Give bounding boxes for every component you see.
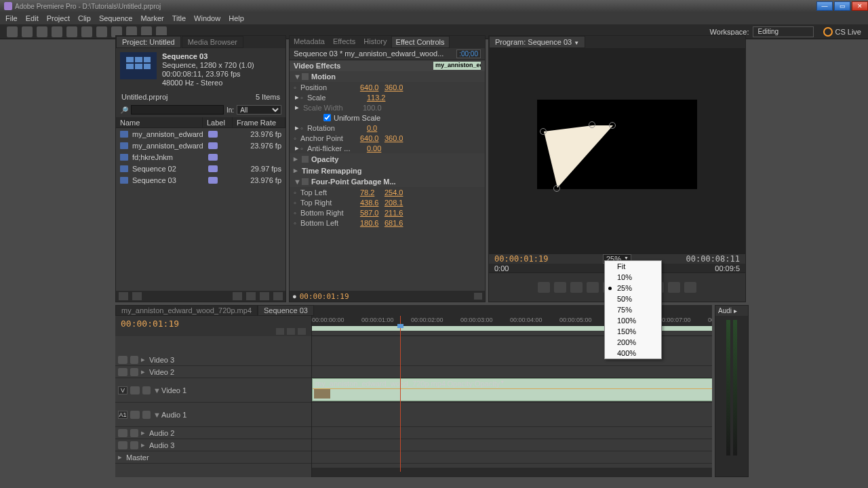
track-audio1[interactable]: Audio 1 (161, 411, 186, 419)
menu-help[interactable]: Help (229, 14, 244, 22)
twirl-icon[interactable]: ▸ (294, 93, 300, 102)
ripple-edit-tool-icon[interactable] (37, 26, 47, 37)
tab-project[interactable]: Project: Untitled (116, 36, 181, 48)
menu-edit[interactable]: Edit (26, 14, 39, 22)
lock-icon[interactable] (130, 356, 138, 364)
menu-window[interactable]: Window (194, 14, 220, 22)
timeline-clip[interactable]: my_anniston_edward_wood_720p.mp4 Opacity… (312, 378, 712, 401)
chevron-down-icon[interactable]: ▼ (500, 380, 505, 384)
a-target[interactable]: A1 (118, 411, 127, 419)
menu-sequence[interactable]: Sequence (99, 14, 133, 22)
zoom-option[interactable]: 10% (605, 272, 661, 283)
anchor-x[interactable]: 640.0 (360, 134, 384, 142)
track-area-audio1[interactable] (312, 403, 712, 427)
track-audio3[interactable]: Audio 3 (149, 441, 174, 449)
track-area-audio2[interactable] (312, 427, 712, 439)
matte-handle-topright[interactable] (609, 122, 616, 129)
twirl-icon[interactable]: ▼ (294, 73, 299, 81)
effect-motion[interactable]: Motion (311, 73, 336, 81)
topright-y[interactable]: 208.1 (384, 199, 409, 207)
position-x[interactable]: 640.0 (360, 83, 384, 92)
anchor-y[interactable]: 360.0 (384, 134, 409, 142)
track-master[interactable]: Master (126, 453, 149, 462)
matte-handle-topleft[interactable] (540, 128, 547, 135)
menu-marker[interactable]: Marker (140, 14, 163, 22)
position-y[interactable]: 360.0 (384, 83, 409, 92)
zoom-option[interactable]: 100% (605, 315, 661, 326)
tab-effects[interactable]: Effects (329, 36, 359, 48)
fx-timecode-box[interactable]: :00;00 (456, 49, 481, 58)
tab-program[interactable]: Program: Sequence 03 ▼ (489, 36, 585, 48)
project-row[interactable]: my_anniston_edward23.976 fp (116, 128, 285, 140)
zoom-slider-icon[interactable] (474, 293, 482, 300)
tab-effect-controls[interactable]: Effect Controls (391, 36, 450, 48)
tab-media-browser[interactable]: Media Browser (182, 36, 243, 48)
bottomleft-y[interactable]: 681.6 (384, 219, 409, 227)
matte-handle-bottomleft[interactable] (553, 185, 560, 192)
row-label[interactable] (208, 154, 238, 161)
program-view[interactable] (489, 48, 745, 254)
bottomleft-x[interactable]: 180.6 (360, 219, 384, 227)
menu-file[interactable]: File (5, 14, 18, 22)
eye-icon[interactable] (118, 356, 127, 364)
trash-icon[interactable] (273, 292, 283, 300)
menu-project[interactable]: Project (47, 14, 70, 22)
matte-handle-topcenter[interactable] (589, 121, 595, 128)
selection-tool-icon[interactable] (7, 26, 18, 37)
search-input[interactable] (131, 105, 224, 115)
track-select-tool-icon[interactable] (22, 26, 33, 37)
effect-opacity[interactable]: Opacity (311, 155, 338, 163)
marker-icon[interactable] (287, 328, 295, 335)
track-area-video2[interactable] (312, 366, 712, 378)
col-label[interactable]: Label (203, 117, 233, 127)
zoom-option[interactable]: Fit (605, 261, 661, 272)
mark-in-button[interactable] (538, 282, 550, 293)
track-area-master[interactable] (312, 451, 712, 464)
close-button[interactable]: ✕ (852, 1, 868, 11)
row-label[interactable] (208, 177, 238, 184)
topleft-x[interactable]: 78.2 (360, 188, 384, 197)
track-area-video1[interactable]: my_anniston_edward_wood_720p.mp4 Opacity… (312, 378, 712, 403)
effect-garbage-matte[interactable]: Four-Point Garbage M... (311, 178, 396, 186)
mark-out-button[interactable] (554, 282, 566, 293)
rolling-edit-tool-icon[interactable] (52, 26, 62, 37)
topleft-y[interactable]: 254.0 (384, 188, 409, 197)
workspace-dropdown[interactable]: Editing (753, 26, 814, 37)
menu-title[interactable]: Title (172, 14, 186, 22)
go-to-in-button[interactable] (570, 282, 583, 293)
effect-time-remapping[interactable]: Time Remapping (302, 167, 361, 175)
row-label[interactable] (208, 165, 238, 172)
track-video3[interactable]: Video 3 (149, 356, 174, 364)
search-in-dropdown[interactable]: All (237, 105, 281, 115)
col-framerate[interactable]: Frame Rate (233, 117, 285, 127)
antiflicker-value[interactable]: 0.00 (367, 144, 391, 152)
track-audio2[interactable]: Audio 2 (149, 429, 174, 437)
zoom-option[interactable]: 150% (605, 326, 661, 337)
safe-margins-button[interactable] (668, 282, 680, 293)
timeline-scrollbar[interactable] (312, 468, 712, 477)
export-frame-button[interactable] (684, 282, 696, 293)
project-row[interactable]: Sequence 0323.976 fp (116, 174, 285, 186)
minimize-button[interactable]: — (816, 1, 833, 11)
topright-x[interactable]: 438.6 (360, 199, 384, 207)
timeline-tc[interactable]: 00:00:01:19 (121, 319, 179, 329)
playhead[interactable] (400, 316, 401, 472)
scale-value[interactable]: 113.2 (367, 94, 391, 102)
zoom-option[interactable]: 400% (605, 348, 661, 359)
tab-metadata[interactable]: Metadata (290, 36, 329, 48)
menu-clip[interactable]: Clip (78, 14, 91, 22)
row-label[interactable] (208, 142, 238, 149)
opacity-rubber-band[interactable] (313, 388, 712, 389)
razor-tool-icon[interactable] (81, 26, 92, 37)
fx-timecode[interactable]: 00:00:01:19 (300, 292, 349, 301)
rotation-value[interactable]: 0.0 (367, 124, 391, 132)
zoom-option[interactable]: 200% (605, 337, 661, 348)
bottomright-x[interactable]: 587.0 (360, 209, 384, 217)
track-area-audio3[interactable] (312, 439, 712, 451)
program-current-tc[interactable]: 00:00:01:19 (494, 254, 548, 264)
settings-icon[interactable] (298, 328, 306, 335)
new-item-icon[interactable] (260, 292, 269, 300)
bottomright-y[interactable]: 211.6 (384, 209, 409, 217)
rate-stretch-tool-icon[interactable] (66, 26, 77, 37)
row-label[interactable] (208, 131, 238, 138)
